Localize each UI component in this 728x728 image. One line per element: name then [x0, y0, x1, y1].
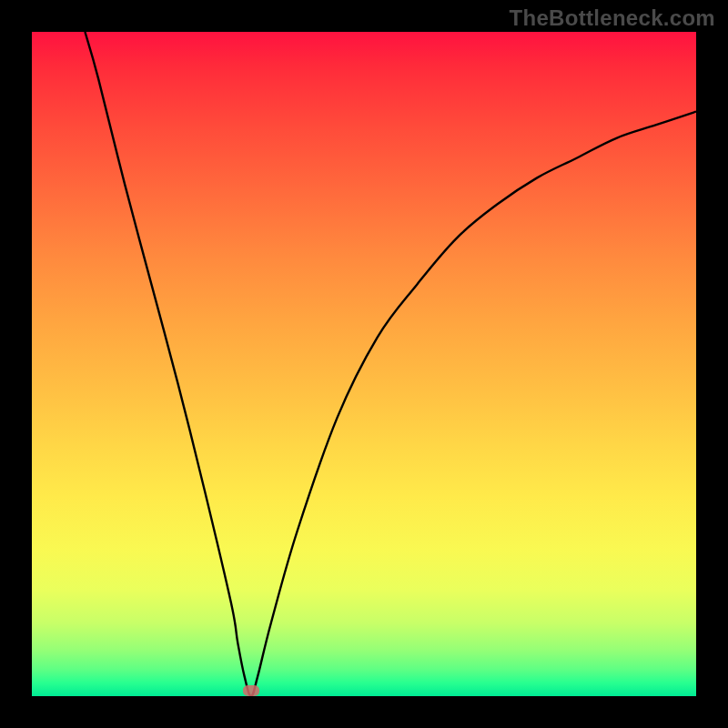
chart-frame: TheBottleneck.com: [0, 0, 728, 728]
watermark-text: TheBottleneck.com: [510, 5, 715, 31]
plot-area: [32, 32, 696, 696]
optimum-marker: [243, 685, 259, 696]
bottleneck-curve: [32, 32, 696, 696]
